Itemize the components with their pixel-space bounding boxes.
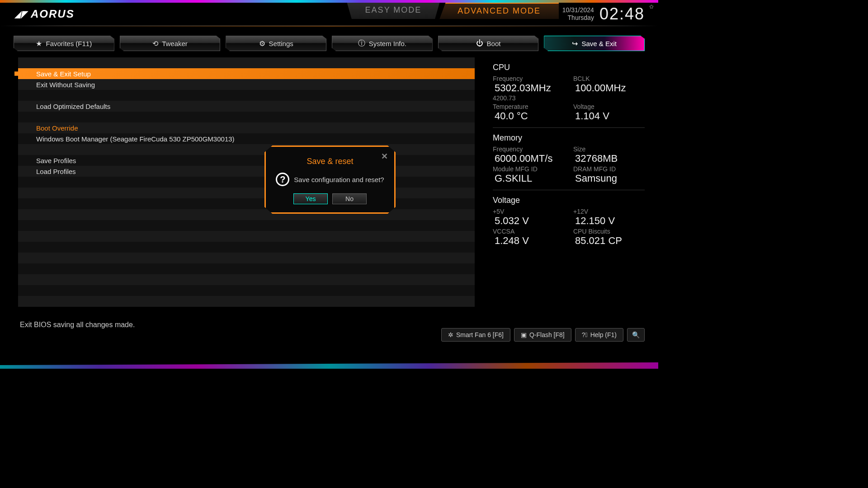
tab-boot[interactable]: ⏻Boot [438,36,539,51]
day-text: Thursday [562,14,594,22]
cpu-bclk: 100.00MHz [575,82,626,94]
flash-icon: ▣ [521,331,527,338]
time-text: 02:48 [599,5,645,23]
fan-icon: ✲ [448,331,453,338]
gear-icon: ⚙ [259,39,265,48]
yes-button[interactable]: Yes [293,193,328,204]
mem-size: 32768MB [575,153,618,164]
tweak-icon: ⟲ [152,39,158,48]
star-icon: ★ [36,39,42,48]
voltage-vccsa: 1.248 V [495,235,529,246]
help-description: Exit BIOS saving all changes made. [20,321,135,329]
date-text: 10/31/2024 [562,6,594,14]
power-icon: ⏻ [476,39,483,47]
tab-systeminfo[interactable]: ⓘSystem Info. [332,36,433,51]
search-icon: 🔍 [632,331,640,338]
mem-frequency: 6000.00MT/s [495,153,552,164]
tab-favorites[interactable]: ★Favorites (F11) [14,36,114,51]
search-button[interactable]: 🔍 [627,328,645,342]
aorus-logo: ◢◤ AORUS [14,8,75,20]
cpu-biscuits: 85.021 CP [575,235,622,246]
logo-wing-icon: ◢◤ [15,9,27,19]
datetime-block: 10/31/2024 Thursday 02:48 [562,5,645,23]
help-button[interactable]: ?⃝Help (F1) [575,328,623,342]
header-bar: ◢◤ AORUS EASY MODE ADVANCED MODE 10/31/2… [0,3,658,25]
menu-boot-override-entry[interactable]: Windows Boot Manager (Seagate FireCuda 5… [18,133,475,144]
no-button[interactable]: No [332,193,367,204]
voltage-12v: 12.150 V [575,215,615,226]
mem-module: G.SKILL [495,173,532,184]
cpu-temp: 40.0 °C [495,110,528,122]
menu-save-profiles[interactable]: Save Profiles [18,155,475,166]
cpu-title: CPU [493,63,645,72]
cpu-voltage: 1.104 V [575,110,609,122]
memory-title: Memory [493,133,645,143]
menu-load-optimized-defaults[interactable]: Load Optimized Defaults [18,101,475,112]
tab-settings[interactable]: ⚙Settings [226,36,326,51]
menu-save-exit-setup[interactable]: Save & Exit Setup [18,68,475,79]
menu-load-profiles[interactable]: Load Profiles [18,166,475,177]
gear-icon[interactable]: ✿ [649,4,654,10]
menu-panel: Save & Exit Setup Exit Without Saving Lo… [18,57,475,306]
close-icon[interactable]: ✕ [381,151,388,161]
dialog-message: Save configuration and reset? [294,176,384,183]
tab-tweaker[interactable]: ⟲Tweaker [120,36,221,51]
menu-exit-without-saving[interactable]: Exit Without Saving [18,79,475,90]
help-icon: ?⃝ [582,331,588,338]
main-nav: ★Favorites (F11) ⟲Tweaker ⚙Settings ⓘSys… [0,36,658,51]
smart-fan-button[interactable]: ✲Smart Fan 6 [F6] [441,328,510,342]
exit-icon: ↪ [572,39,578,48]
cpu-frequency: 5302.03MHz [495,82,551,94]
voltage-5v: 5.032 V [495,215,529,226]
mem-dram: Samsung [575,173,617,184]
menu-boot-override-header: Boot Override [18,122,475,133]
question-icon: ? [276,173,289,186]
voltage-title: Voltage [493,196,645,205]
advanced-mode-tab[interactable]: ADVANCED MODE [439,3,559,19]
logo-text: AORUS [31,8,75,20]
tab-save-exit[interactable]: ↪Save & Exit [544,36,645,51]
dialog-title: Save & reset [275,157,385,166]
qflash-button[interactable]: ▣Q-Flash [F8] [514,328,571,342]
status-sidebar: CPU Frequency5302.03MHz 4200.73 BCLK100.… [475,57,658,306]
save-reset-dialog: ✕ Save & reset ? Save configuration and … [264,145,396,214]
info-icon: ⓘ [358,39,365,48]
easy-mode-tab[interactable]: EASY MODE [347,3,440,19]
